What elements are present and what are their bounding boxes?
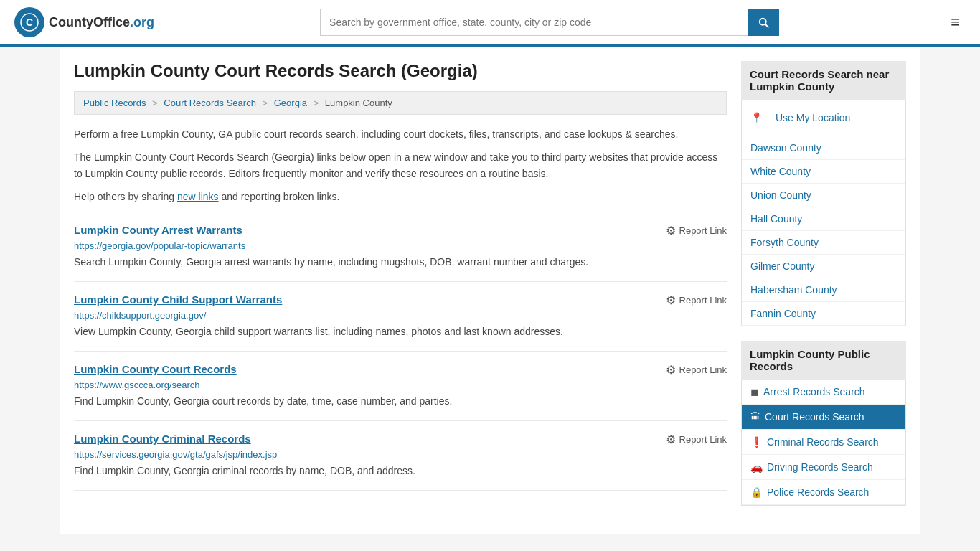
location-pin-icon: 📍 (750, 112, 763, 123)
driving-records-link[interactable]: 🚗 Driving Records Search (742, 455, 905, 479)
resource-desc-1: View Lumpkin County, Georgia child suppo… (74, 324, 727, 339)
breadcrumb-current: Lumpkin County (325, 98, 392, 108)
resource-header: Lumpkin County Arrest Warrants ⚙ Report … (74, 224, 727, 237)
main-container: Lumpkin County Court Records Search (Geo… (60, 47, 920, 534)
arrest-records-label: Arrest Records Search (763, 386, 865, 397)
resource-item: Lumpkin County Court Records ⚙ Report Li… (74, 352, 727, 421)
logo-icon: C (14, 7, 44, 37)
resource-item: Lumpkin County Arrest Warrants ⚙ Report … (74, 212, 727, 282)
arrest-records-item: ◼ Arrest Records Search (742, 380, 905, 405)
new-links[interactable]: new links (177, 191, 219, 202)
arrest-records-link[interactable]: ◼ Arrest Records Search (742, 380, 905, 404)
resource-title-2[interactable]: Lumpkin County Court Records (74, 363, 237, 375)
report-icon-2: ⚙ (666, 363, 676, 377)
report-label-3: Report Link (679, 434, 727, 445)
resource-desc-2: Find Lumpkin County, Georgia court recor… (74, 394, 727, 409)
resource-title-0[interactable]: Lumpkin County Arrest Warrants (74, 224, 242, 236)
court-records-link[interactable]: 🏛 Court Records Search (742, 405, 905, 429)
resource-url-3: https://services.georgia.gov/gta/gafs/js… (74, 449, 727, 460)
court-records-item: 🏛 Court Records Search (742, 405, 905, 430)
county-gilmer: Gilmer County (742, 255, 905, 278)
county-fannin: Fannin County (742, 302, 905, 326)
menu-button[interactable]: ≡ (945, 10, 966, 34)
logo-org: .org (130, 15, 154, 29)
resource-desc-3: Find Lumpkin County, Georgia criminal re… (74, 463, 727, 479)
page-title: Lumpkin County Court Records Search (Geo… (74, 61, 727, 81)
report-link-3[interactable]: ⚙ Report Link (666, 433, 727, 446)
logo-name: CountyOffice (49, 15, 130, 29)
breadcrumb: Public Records > Court Records Search > … (74, 91, 727, 115)
content-area: Lumpkin County Court Records Search (Geo… (74, 61, 727, 520)
report-link-2[interactable]: ⚙ Report Link (666, 363, 727, 377)
breadcrumb-georgia[interactable]: Georgia (274, 98, 307, 108)
county-forsyth: Forsyth County (742, 231, 905, 255)
report-label-1: Report Link (679, 295, 727, 306)
resource-url-1: https://childsupport.georgia.gov/ (74, 310, 727, 321)
public-records-section: Lumpkin County Public Records ◼ Arrest R… (741, 341, 906, 506)
report-icon-0: ⚙ (666, 224, 676, 237)
breadcrumb-sep-3: > (314, 98, 319, 108)
svg-text:C: C (26, 17, 33, 28)
logo-svg: C (20, 13, 39, 32)
public-records-list: ◼ Arrest Records Search 🏛 Court Records … (741, 380, 906, 506)
report-label-2: Report Link (679, 364, 727, 375)
search-button[interactable] (748, 9, 779, 36)
court-records-label: Court Records Search (765, 411, 864, 423)
description-3: Help others by sharing new links and rep… (74, 189, 727, 204)
arrest-icon: ◼ (750, 386, 759, 397)
police-records-item: 🔒 Police Records Search (742, 480, 905, 505)
resource-url-0: https://georgia.gov/popular-topic/warran… (74, 240, 727, 251)
county-white: White County (742, 160, 905, 184)
search-bar (320, 9, 779, 36)
logo-text: CountyOffice.org (49, 15, 154, 30)
driving-icon: 🚗 (750, 461, 763, 473)
public-records-header: Lumpkin County Public Records (741, 341, 906, 380)
resource-header: Lumpkin County Child Support Warrants ⚙ … (74, 293, 727, 307)
county-union: Union County (742, 184, 905, 207)
use-my-location-link[interactable]: Use My Location (767, 106, 859, 129)
report-icon-1: ⚙ (666, 293, 676, 307)
resource-header: Lumpkin County Court Records ⚙ Report Li… (74, 363, 727, 377)
driving-records-item: 🚗 Driving Records Search (742, 455, 905, 480)
resource-title-3[interactable]: Lumpkin County Criminal Records (74, 433, 251, 445)
court-icon: 🏛 (750, 411, 760, 423)
report-link-0[interactable]: ⚙ Report Link (666, 224, 727, 237)
use-my-location-item: 📍 Use My Location (742, 100, 905, 136)
criminal-icon: ❗ (750, 436, 763, 448)
police-icon: 🔒 (750, 486, 763, 498)
county-hall: Hall County (742, 207, 905, 231)
breadcrumb-sep-2: > (263, 98, 268, 108)
breadcrumb-public-records[interactable]: Public Records (83, 98, 146, 108)
resource-item: Lumpkin County Criminal Records ⚙ Report… (74, 421, 727, 491)
police-records-label: Police Records Search (767, 486, 869, 498)
nearby-header: Court Records Search near Lumpkin County (741, 61, 906, 100)
breadcrumb-sep-1: > (152, 98, 158, 108)
search-input[interactable] (320, 9, 748, 36)
breadcrumb-court-records[interactable]: Court Records Search (164, 98, 256, 108)
site-header: C CountyOffice.org ≡ (0, 0, 980, 47)
resource-header: Lumpkin County Criminal Records ⚙ Report… (74, 433, 727, 446)
report-icon-3: ⚙ (666, 433, 676, 446)
logo: C CountyOffice.org (14, 7, 154, 37)
report-label-0: Report Link (679, 225, 727, 236)
criminal-records-link[interactable]: ❗ Criminal Records Search (742, 430, 905, 454)
county-habersham: Habersham County (742, 278, 905, 302)
criminal-records-label: Criminal Records Search (767, 436, 879, 448)
resource-desc-0: Search Lumpkin County, Georgia arrest wa… (74, 255, 727, 270)
description-1: Perform a free Lumpkin County, GA public… (74, 126, 727, 142)
resource-url-2: https://www.gsccca.org/search (74, 380, 727, 390)
county-dawson: Dawson County (742, 136, 905, 160)
resource-list: Lumpkin County Arrest Warrants ⚙ Report … (74, 212, 727, 491)
report-link-1[interactable]: ⚙ Report Link (666, 293, 727, 307)
criminal-records-item: ❗ Criminal Records Search (742, 430, 905, 455)
police-records-link[interactable]: 🔒 Police Records Search (742, 480, 905, 504)
search-icon (757, 16, 770, 29)
description-2: The Lumpkin County Court Records Search … (74, 149, 727, 182)
nearby-section: Court Records Search near Lumpkin County… (741, 61, 906, 326)
sidebar: Court Records Search near Lumpkin County… (741, 61, 906, 520)
driving-records-label: Driving Records Search (767, 461, 873, 473)
resource-item: Lumpkin County Child Support Warrants ⚙ … (74, 282, 727, 352)
nearby-counties-list: 📍 Use My Location Dawson County White Co… (741, 100, 906, 326)
resource-title-1[interactable]: Lumpkin County Child Support Warrants (74, 293, 282, 306)
